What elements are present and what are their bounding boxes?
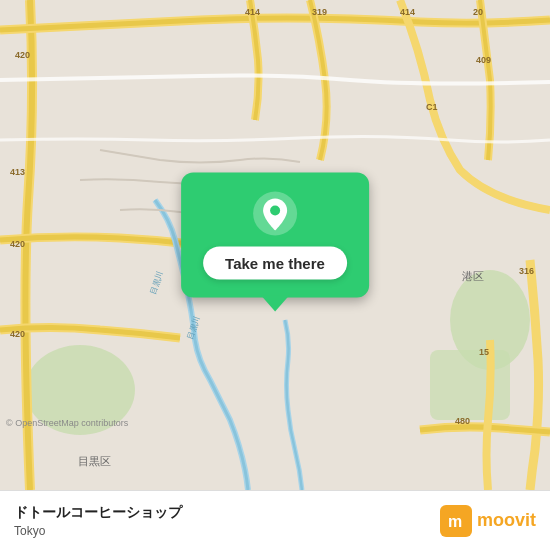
moovit-text: moovit [477,510,536,531]
footer-left: ドトールコーヒーショップ Tokyo [14,504,182,538]
svg-text:420: 420 [15,50,30,60]
popup-overlay: Take me there [181,173,369,298]
svg-text:420: 420 [10,239,25,249]
svg-text:414: 414 [245,7,260,17]
moovit-logo: m moovit [440,505,536,537]
place-city: Tokyo [14,524,182,538]
svg-text:20: 20 [473,7,483,17]
footer-bar: ドトールコーヒーショップ Tokyo m moovit [0,490,550,550]
svg-text:15: 15 [479,347,489,357]
svg-text:316: 316 [519,266,534,276]
svg-text:目黒区: 目黒区 [78,455,111,467]
svg-text:480: 480 [455,416,470,426]
svg-rect-3 [430,350,510,420]
svg-text:C1: C1 [426,102,438,112]
svg-text:m: m [448,513,462,530]
svg-point-22 [270,206,280,216]
map-container: 420 413 420 420 414 319 414 20 409 C1 31… [0,0,550,490]
place-name: ドトールコーヒーショップ [14,504,182,522]
svg-text:414: 414 [400,7,415,17]
moovit-icon: m [440,505,472,537]
svg-text:港区: 港区 [462,270,484,282]
svg-text:409: 409 [476,55,491,65]
svg-text:420: 420 [10,329,25,339]
location-pin-icon [252,191,298,237]
popup-bubble: Take me there [181,173,369,298]
svg-text:319: 319 [312,7,327,17]
take-me-there-button[interactable]: Take me there [203,247,347,280]
copyright-text: © OpenStreetMap contributors [6,418,128,428]
svg-text:413: 413 [10,167,25,177]
